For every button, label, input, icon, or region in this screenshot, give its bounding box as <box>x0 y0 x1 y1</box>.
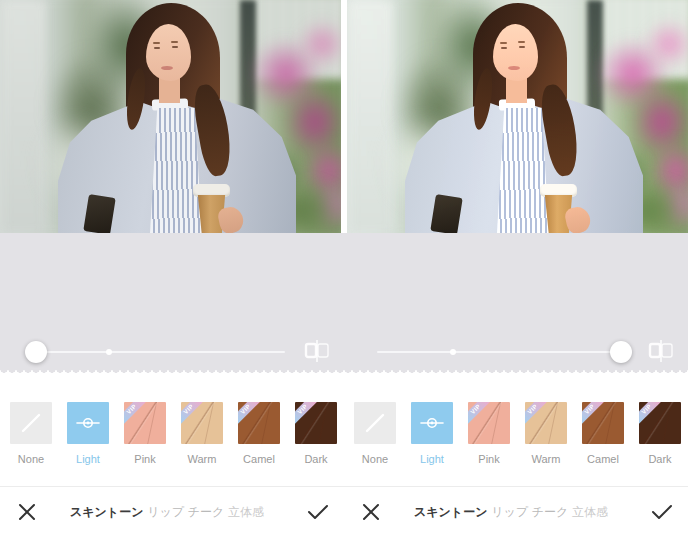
diagonal-line-icon <box>354 402 396 444</box>
eye <box>172 46 178 48</box>
flower-blob <box>645 20 688 68</box>
swatch-label: None <box>354 453 396 465</box>
eye <box>501 47 507 49</box>
slider-thumb[interactable] <box>25 341 47 363</box>
tab-cheek[interactable]: チーク <box>188 504 225 521</box>
tab-skin-tone[interactable]: スキントーン <box>70 504 143 521</box>
feature-tabs: スキントーン リップ チーク 立体感 <box>62 487 272 538</box>
tab-cheek[interactable]: チーク <box>532 504 569 521</box>
swatch-label: Warm <box>525 453 567 465</box>
bottom-toolbar: スキントーン リップ チーク 立体感 <box>344 486 688 538</box>
compare-split-icon[interactable] <box>647 338 675 364</box>
editor-panel-before: None Light VIP Pink <box>0 0 344 542</box>
eyebrow <box>171 41 178 43</box>
striped-shirt <box>497 108 549 233</box>
control-area <box>344 233 688 370</box>
flower-blob <box>298 20 341 68</box>
swatch-label: Pink <box>468 453 510 465</box>
tab-lip[interactable]: リップ <box>147 504 184 521</box>
scalloped-edge <box>0 370 344 374</box>
slider-thumb[interactable] <box>610 341 632 363</box>
swatch-camel[interactable]: VIP Camel <box>238 402 280 486</box>
swatch-pink[interactable]: VIP Pink <box>124 402 166 486</box>
photo-canvas[interactable] <box>347 0 688 233</box>
notebook <box>83 194 115 233</box>
swatch-dark[interactable]: VIP Dark <box>295 402 337 486</box>
lips <box>161 66 173 70</box>
slider-adjust-icon <box>411 402 453 444</box>
editor-panel-after: None Light VIP Pink <box>344 0 688 542</box>
lips <box>508 66 520 70</box>
swatch-none[interactable]: None <box>10 402 52 486</box>
swatch-none[interactable]: None <box>354 402 396 486</box>
eyebrow <box>518 41 525 43</box>
bottom-toolbar: スキントーン リップ チーク 立体感 <box>0 486 344 538</box>
swatch-label: Camel <box>582 453 624 465</box>
tab-contour[interactable]: 立体感 <box>572 504 608 521</box>
woman-face <box>493 24 538 81</box>
swatch-label: Dark <box>295 453 337 465</box>
photo-canvas[interactable] <box>0 0 341 233</box>
confirm-check-icon[interactable] <box>306 503 330 521</box>
swatch-label: Camel <box>238 453 280 465</box>
swatch-label: None <box>10 453 52 465</box>
intensity-slider-row <box>0 339 344 365</box>
slider-default-marker <box>106 349 112 355</box>
swatch-light[interactable]: Light <box>411 402 453 486</box>
before-after-comparison: None Light VIP Pink <box>0 0 688 542</box>
feature-tabs: スキントーン リップ チーク 立体感 <box>406 487 616 538</box>
skin-tone-swatches: None Light VIP Pink <box>0 370 344 486</box>
intensity-slider-track[interactable] <box>33 351 285 353</box>
eye <box>154 47 160 49</box>
swatch-label: Dark <box>639 453 681 465</box>
slider-adjust-icon <box>67 402 109 444</box>
slider-default-marker <box>450 349 456 355</box>
tab-skin-tone[interactable]: スキントーン <box>414 504 487 521</box>
close-icon[interactable] <box>361 502 381 522</box>
swatch-label-selected: Light <box>67 453 109 465</box>
compare-split-icon[interactable] <box>303 338 331 364</box>
notebook <box>430 194 462 233</box>
tab-contour[interactable]: 立体感 <box>228 504 264 521</box>
swatch-warm[interactable]: VIP Warm <box>181 402 223 486</box>
swatch-warm[interactable]: VIP Warm <box>525 402 567 486</box>
scalloped-edge <box>344 370 688 374</box>
eye <box>519 46 525 48</box>
striped-shirt <box>150 108 202 233</box>
swatch-label: Warm <box>181 453 223 465</box>
swatch-dark[interactable]: VIP Dark <box>639 402 681 486</box>
swatch-light[interactable]: Light <box>67 402 109 486</box>
swatch-label-selected: Light <box>411 453 453 465</box>
swatch-pink[interactable]: VIP Pink <box>468 402 510 486</box>
control-area <box>0 233 344 370</box>
tab-lip[interactable]: リップ <box>491 504 528 521</box>
eyebrow <box>153 42 160 44</box>
close-icon[interactable] <box>17 502 37 522</box>
woman-neck <box>159 78 180 103</box>
photo-scene <box>347 0 688 233</box>
intensity-slider-row <box>344 339 688 365</box>
diagonal-line-icon <box>10 402 52 444</box>
photo-scene <box>0 0 341 233</box>
intensity-slider-track[interactable] <box>377 351 629 353</box>
swatch-camel[interactable]: VIP Camel <box>582 402 624 486</box>
eyebrow <box>500 42 507 44</box>
skin-tone-swatches: None Light VIP Pink <box>344 370 688 486</box>
woman-neck <box>506 78 527 103</box>
confirm-check-icon[interactable] <box>650 503 674 521</box>
woman-face <box>146 24 191 81</box>
swatch-label: Pink <box>124 453 166 465</box>
